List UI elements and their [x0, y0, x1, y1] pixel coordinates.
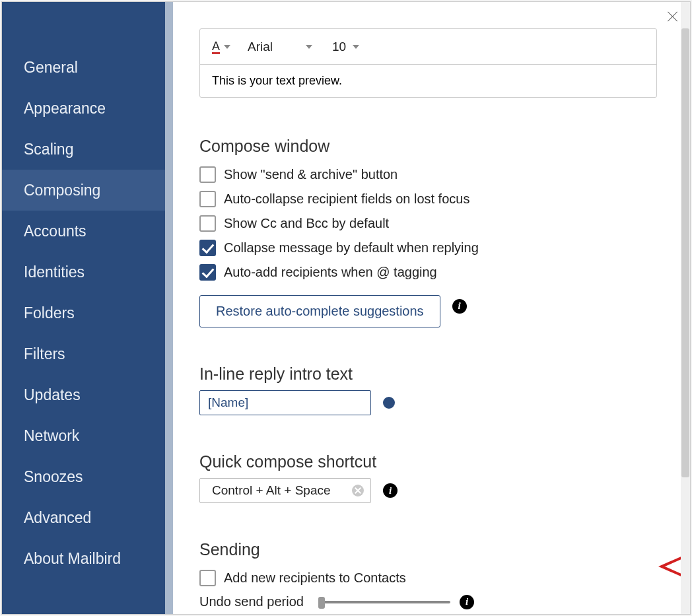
font-color-icon: A — [212, 40, 220, 53]
font-size-select[interactable]: 10 — [332, 40, 359, 54]
undo-send-value: Disabled — [351, 612, 657, 614]
scrollbar[interactable] — [681, 2, 690, 614]
inline-reply-heading: In-line reply intro text — [199, 364, 657, 384]
info-icon[interactable]: i — [460, 595, 474, 609]
checkbox-label: Show Cc and Bcc by default — [224, 216, 389, 231]
sidebar-item-appearance[interactable]: Appearance — [2, 88, 165, 129]
checkbox-auto-add-at[interactable] — [199, 264, 216, 281]
shortcut-heading: Quick compose shortcut — [199, 452, 657, 471]
sending-heading: Sending — [199, 540, 657, 559]
compose-window-heading: Compose window — [199, 137, 657, 156]
sidebar-item-folders[interactable]: Folders — [2, 292, 165, 333]
checkbox-label: Auto-collapse recipient fields on lost f… — [224, 191, 469, 207]
checkbox-auto-collapse[interactable] — [199, 191, 216, 207]
sidebar-item-snoozes[interactable]: Snoozes — [2, 456, 165, 497]
slider-thumb[interactable] — [318, 597, 325, 609]
sidebar-item-scaling[interactable]: Scaling — [2, 129, 165, 170]
checkbox-label: Collapse message by default when replyin… — [224, 240, 479, 256]
settings-sidebar: General Appearance Scaling Composing Acc… — [2, 2, 165, 614]
font-color-picker[interactable]: A — [212, 40, 230, 53]
checkbox-add-contacts[interactable] — [199, 570, 216, 586]
shortcut-input[interactable]: Control + Alt + Space — [199, 478, 371, 503]
checkbox-send-archive[interactable] — [199, 166, 216, 183]
checkbox-label: Auto-add recipients when @ tagging — [224, 265, 437, 280]
undo-send-label: Undo send period — [199, 594, 309, 609]
restore-autocomplete-button[interactable]: Restore auto-complete suggestions — [199, 295, 440, 327]
checkbox-collapse-reply[interactable] — [199, 240, 216, 256]
inline-reply-input[interactable] — [199, 390, 371, 415]
font-family-select[interactable]: Arial — [248, 40, 312, 54]
slider-track — [318, 601, 450, 603]
sidebar-item-filters[interactable]: Filters — [2, 333, 165, 374]
sidebar-item-accounts[interactable]: Accounts — [2, 211, 165, 252]
color-dot-icon[interactable] — [383, 397, 395, 409]
close-icon[interactable] — [666, 10, 679, 23]
checkbox-label: Show "send & archive" button — [224, 167, 398, 182]
info-icon[interactable]: i — [383, 483, 398, 498]
clear-icon[interactable] — [352, 485, 364, 496]
sidebar-item-updates[interactable]: Updates — [2, 374, 165, 415]
checkbox-label: Add new recipients to Contacts — [224, 570, 406, 586]
sidebar-item-general[interactable]: General — [2, 47, 165, 88]
checkbox-show-cc-bcc[interactable] — [199, 215, 216, 232]
font-toolbar: A Arial 10 This is your text preview. — [199, 28, 657, 98]
sidebar-item-composing[interactable]: Composing — [2, 170, 165, 211]
undo-send-slider[interactable] — [318, 596, 450, 609]
sidebar-item-advanced[interactable]: Advanced — [2, 497, 165, 538]
chevron-down-icon — [306, 45, 312, 49]
sidebar-divider — [165, 2, 173, 614]
chevron-down-icon — [353, 45, 359, 49]
chevron-down-icon — [224, 45, 230, 49]
font-preview-text: This is your text preview. — [200, 65, 656, 97]
sidebar-item-network[interactable]: Network — [2, 415, 165, 456]
sidebar-item-about[interactable]: About Mailbird — [2, 538, 165, 579]
scrollbar-thumb[interactable] — [681, 28, 689, 477]
sidebar-item-identities[interactable]: Identities — [2, 252, 165, 292]
settings-content: A Arial 10 This is your text preview. Co… — [173, 2, 690, 614]
info-icon[interactable]: i — [452, 299, 467, 314]
